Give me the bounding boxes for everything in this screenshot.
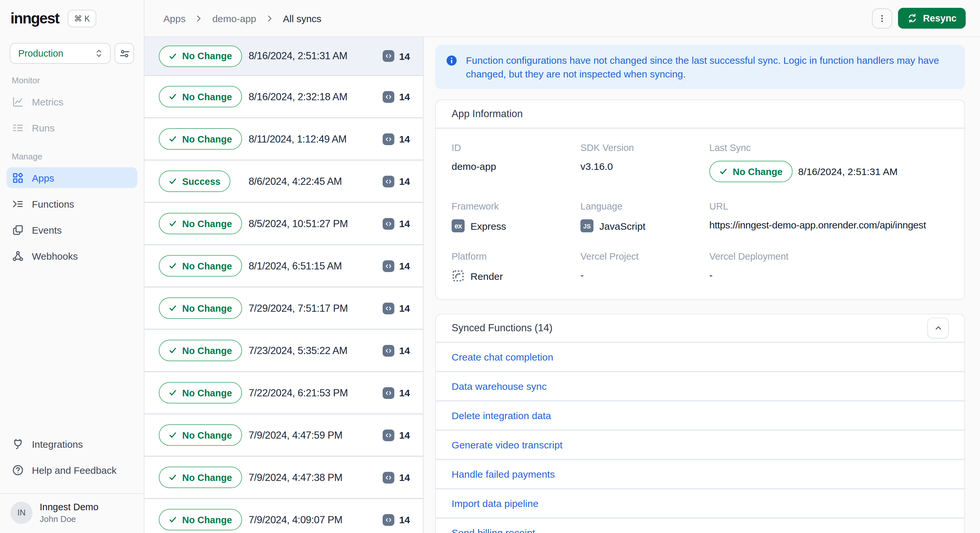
sync-status-label: No Change xyxy=(182,303,232,313)
command-k-shortcut[interactable]: ⌘ K xyxy=(68,10,97,27)
sync-timestamp: 7/22/2024, 6:21:53 PM xyxy=(248,387,348,399)
code-icon xyxy=(383,175,395,187)
sync-list-item[interactable]: No Change 7/9/2024, 4:09:07 PM 14 xyxy=(145,499,423,533)
sidebar-item-apps[interactable]: Apps xyxy=(6,167,137,188)
user-profile[interactable]: IN Inngest Demo John Doe xyxy=(0,493,144,533)
collapse-button[interactable] xyxy=(927,318,949,339)
events-icon xyxy=(12,224,24,236)
sync-function-count: 14 xyxy=(383,514,410,525)
section-label-manage: Manage xyxy=(6,152,137,161)
synced-function-link[interactable]: Delete integration data xyxy=(452,410,551,421)
list-lines-icon xyxy=(12,121,24,134)
sync-list-item[interactable]: No Change 7/29/2024, 7:51:17 PM 14 xyxy=(145,288,423,330)
sidebar-item-label: Events xyxy=(32,224,62,235)
sync-count-number: 14 xyxy=(399,260,410,271)
field-label: SDK Version xyxy=(581,143,709,153)
sync-details: Function configurations have not changed… xyxy=(424,37,980,533)
sidebar-item-help-feedback[interactable]: Help and Feedback xyxy=(6,460,137,480)
inngest-logo: inngest xyxy=(10,10,59,27)
sync-list-item[interactable]: No Change 7/9/2024, 4:47:59 PM 14 xyxy=(145,415,423,457)
synced-functions-card: Synced Functions (14) Create chat comple… xyxy=(435,314,965,533)
user-name: John Doe xyxy=(40,514,99,524)
sidebar-item-events[interactable]: Events xyxy=(6,219,137,240)
sync-count-number: 14 xyxy=(399,51,410,62)
sync-function-count: 14 xyxy=(383,387,410,399)
sync-status-label: No Change xyxy=(182,514,232,525)
breadcrumb-demo-app[interactable]: demo-app xyxy=(212,13,256,24)
synced-function-link[interactable]: Data warehouse sync xyxy=(452,381,547,392)
breadcrumb: Apps demo-app All syncs xyxy=(163,13,321,24)
environment-select[interactable]: Production xyxy=(10,43,111,64)
synced-function-link[interactable]: Create chat completion xyxy=(452,352,553,363)
sync-function-count: 14 xyxy=(383,91,410,102)
sync-timestamp: 8/6/2024, 4:22:45 AM xyxy=(248,175,342,187)
check-icon xyxy=(169,431,177,439)
sidebar-item-functions[interactable]: Functions xyxy=(6,193,137,214)
sync-list-item[interactable]: Success 8/6/2024, 4:22:45 AM 14 xyxy=(145,161,423,203)
badge-label: No Change xyxy=(733,166,783,177)
sync-status-badge: No Change xyxy=(159,382,242,404)
check-icon xyxy=(169,388,177,397)
sync-list-item[interactable]: No Change 8/5/2024, 10:51:27 PM 14 xyxy=(145,203,423,245)
synced-function-link[interactable]: Handle failed payments xyxy=(452,469,555,480)
sync-count-number: 14 xyxy=(399,91,410,102)
sidebar-item-metrics[interactable]: Metrics xyxy=(6,91,137,112)
kebab-icon xyxy=(878,13,887,23)
breadcrumb-all-syncs: All syncs xyxy=(283,13,321,24)
sync-status-badge: No Change xyxy=(159,509,242,530)
environment-value: Production xyxy=(18,48,64,59)
sync-list-item[interactable]: No Change 8/1/2024, 6:51:15 AM 14 xyxy=(145,245,423,288)
code-icon xyxy=(383,302,395,314)
sync-list-item[interactable]: No Change 8/11/2024, 1:12:49 AM 14 xyxy=(145,118,423,161)
org-name: Inngest Demo xyxy=(40,502,99,512)
check-icon xyxy=(169,92,177,101)
banner-text: Function configurations have not changed… xyxy=(466,53,955,81)
avatar: IN xyxy=(10,502,33,524)
breadcrumb-apps[interactable]: Apps xyxy=(163,13,185,24)
check-icon xyxy=(169,262,177,270)
check-icon xyxy=(169,52,177,60)
field-label: Vercel Project xyxy=(581,251,709,262)
synced-functions-title: Synced Functions (14) xyxy=(452,322,552,334)
sidebar-item-webhooks[interactable]: Webhooks xyxy=(6,245,137,266)
sync-list-item[interactable]: No Change 7/23/2024, 5:35:22 AM 14 xyxy=(145,330,423,372)
code-icon xyxy=(383,218,395,229)
code-icon xyxy=(383,91,395,102)
sync-count-number: 14 xyxy=(399,472,410,483)
section-label-monitor: Monitor xyxy=(6,75,137,85)
check-icon xyxy=(169,473,177,482)
sync-list-item[interactable]: No Change 8/16/2024, 2:51:31 AM 14 xyxy=(145,37,423,76)
sync-status-label: No Change xyxy=(182,345,232,356)
check-icon xyxy=(169,135,177,143)
sidebar-item-runs[interactable]: Runs xyxy=(6,117,137,138)
sync-timestamp: 8/16/2024, 2:32:18 AM xyxy=(248,91,347,102)
sync-function-count: 14 xyxy=(383,302,410,314)
check-icon xyxy=(169,219,177,228)
sync-status-badge: No Change xyxy=(159,213,242,234)
synced-function-link[interactable]: Send billing receipt xyxy=(452,527,535,533)
synced-function-link[interactable]: Import data pipeline xyxy=(452,498,538,509)
field-value: v3.16.0 xyxy=(581,161,709,172)
sync-function-count: 14 xyxy=(383,260,410,272)
environment-settings-button[interactable] xyxy=(115,43,134,64)
field-label: Vercel Deployment xyxy=(709,251,949,262)
main-area: Apps demo-app All syncs xyxy=(145,0,980,533)
info-icon xyxy=(446,55,457,66)
chevron-up-down-icon xyxy=(94,48,104,59)
field-id: ID demo-app xyxy=(452,143,581,182)
sync-list-item[interactable]: No Change 7/9/2024, 4:47:38 PM 14 xyxy=(145,457,423,499)
synced-function-row: Create chat completion xyxy=(436,343,964,372)
sync-count-number: 14 xyxy=(399,514,410,525)
plug-icon xyxy=(12,438,24,450)
sidebar-item-label: Metrics xyxy=(32,96,64,107)
sync-list-item[interactable]: No Change 8/16/2024, 2:32:18 AM 14 xyxy=(145,76,423,118)
sync-status-label: No Change xyxy=(182,218,232,229)
sidebar-item-label: Runs xyxy=(32,122,55,133)
more-options-button[interactable] xyxy=(872,8,892,28)
sync-function-count: 14 xyxy=(383,50,410,62)
sidebar-item-integrations[interactable]: Integrations xyxy=(6,433,137,454)
sync-list-item[interactable]: No Change 7/22/2024, 6:21:53 PM 14 xyxy=(145,372,423,415)
check-icon xyxy=(719,167,727,176)
resync-button[interactable]: Resync xyxy=(898,8,966,29)
synced-function-link[interactable]: Generate video transcript xyxy=(452,439,563,450)
